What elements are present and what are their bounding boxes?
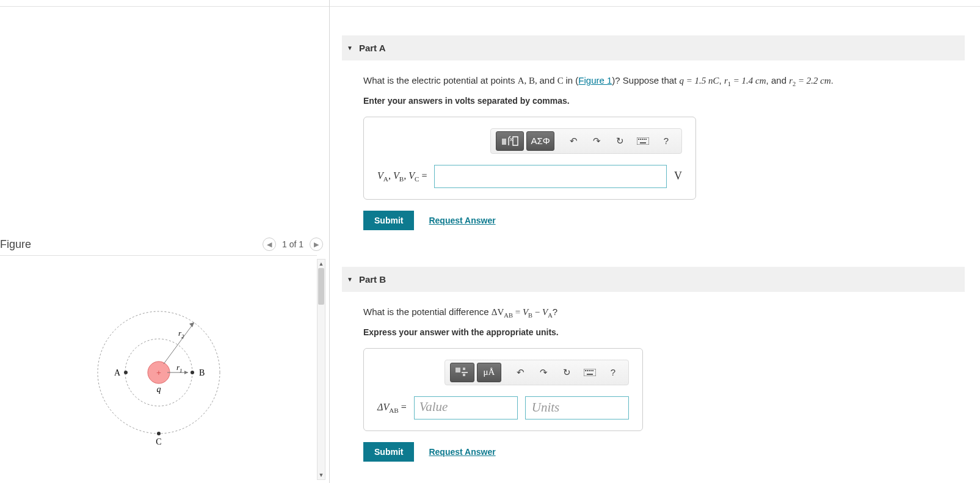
svg-rect-21	[640, 139, 641, 140]
caret-down-icon: ▼	[347, 276, 353, 283]
figure-link[interactable]: Figure 1	[578, 75, 612, 85]
keyboard-button[interactable]	[579, 363, 600, 382]
part-b-label: ΔVAB =	[377, 402, 407, 414]
part-a-question: What is the electric potential at points…	[363, 73, 968, 90]
part-a-actions: Submit Request Answer	[363, 211, 968, 230]
scroll-up-icon[interactable]: ▲	[318, 260, 325, 268]
figure-title: Figure	[0, 238, 31, 251]
part-b-request-link[interactable]: Request Answer	[429, 447, 495, 457]
part-b-question: What is the potential difference ΔVAB = …	[363, 304, 968, 321]
figure-scrollbar[interactable]: ▲ ▼	[317, 259, 325, 480]
part-b-instruction: Express your answer with the appropriate…	[363, 327, 968, 337]
scroll-thumb[interactable]	[318, 268, 324, 305]
part-b-title: Part B	[359, 274, 386, 285]
svg-marker-12	[184, 371, 188, 374]
figure-header: Figure ◀ 1 of 1 ▶	[0, 236, 329, 253]
figure-next-button[interactable]: ▶	[310, 238, 323, 251]
svg-rect-24	[645, 139, 647, 140]
caret-down-icon: ▼	[347, 45, 353, 51]
part-a-unit: V	[674, 170, 682, 183]
svg-text:C: C	[156, 437, 161, 446]
svg-text:r1: r1	[176, 363, 183, 374]
part-a-answer-box: x ΑΣΦ ↶ ↷ ↻ ? VA, VB, VC =	[363, 117, 696, 200]
part-a-request-link[interactable]: Request Answer	[429, 216, 495, 225]
undo-button[interactable]: ↶	[510, 363, 531, 382]
content-panel: ▼ Part A What is the electric potential …	[330, 0, 980, 483]
part-b-actions: Submit Request Answer	[363, 442, 968, 462]
redo-button[interactable]: ↷	[586, 131, 607, 151]
part-a-header[interactable]: ▼ Part A	[342, 35, 965, 60]
figure-nav: ◀ 1 of 1 ▶	[263, 238, 323, 251]
help-button[interactable]: ?	[656, 131, 677, 151]
template-button[interactable]: x	[496, 131, 524, 151]
part-b-units-input[interactable]	[525, 396, 629, 419]
part-a-toolbar: x ΑΣΦ ↶ ↷ ↻ ?	[490, 128, 682, 154]
figure-prev-button[interactable]: ◀	[263, 238, 276, 251]
svg-point-9	[157, 432, 161, 435]
part-b-header[interactable]: ▼ Part B	[342, 267, 965, 292]
part-a-label: VA, VB, VC =	[377, 170, 427, 183]
svg-text:x: x	[510, 136, 513, 142]
svg-rect-31	[585, 370, 586, 371]
svg-rect-27	[463, 368, 465, 370]
part-b-value-input[interactable]	[414, 396, 518, 419]
svg-rect-26	[456, 368, 460, 372]
figure-viewport: + q A B C r1 r2	[0, 256, 318, 482]
svg-point-7	[191, 371, 194, 374]
svg-rect-36	[587, 374, 593, 375]
greek-button[interactable]: ΑΣΦ	[526, 131, 554, 151]
svg-rect-28	[463, 374, 465, 376]
part-b-submit-button[interactable]: Submit	[363, 442, 414, 462]
svg-rect-17	[502, 139, 506, 145]
svg-rect-20	[638, 139, 639, 140]
svg-rect-25	[640, 142, 646, 143]
svg-marker-15	[189, 322, 194, 327]
svg-text:q: q	[157, 385, 161, 394]
part-a-body: What is the electric potential at points…	[342, 60, 980, 242]
part-a-title: Part A	[359, 43, 386, 53]
reset-button[interactable]: ↻	[609, 131, 630, 151]
part-a-instruction: Enter your answers in volts separated by…	[363, 96, 968, 106]
scroll-down-icon[interactable]: ▼	[318, 471, 325, 479]
figure-page-indicator: 1 of 1	[282, 239, 303, 249]
part-a-submit-button[interactable]: Submit	[363, 211, 414, 230]
svg-text:+: +	[156, 368, 161, 377]
svg-text:A: A	[114, 368, 121, 377]
svg-rect-32	[587, 370, 588, 371]
part-b-answer-box: μÅ ↶ ↷ ↻ ? ΔVAB =	[363, 348, 643, 431]
svg-text:r2: r2	[178, 329, 184, 340]
help-button[interactable]: ?	[603, 363, 623, 382]
svg-rect-23	[644, 139, 645, 140]
redo-button[interactable]: ↷	[533, 363, 554, 382]
svg-rect-22	[642, 139, 643, 140]
svg-rect-35	[592, 370, 593, 371]
keyboard-button[interactable]	[633, 131, 653, 151]
svg-point-5	[124, 371, 128, 374]
svg-rect-19	[637, 137, 649, 145]
svg-text:B: B	[199, 368, 205, 377]
svg-rect-34	[590, 370, 592, 371]
figure-panel: Figure ◀ 1 of 1 ▶ + q A B	[0, 0, 330, 483]
units-symbol-button[interactable]: μÅ	[477, 363, 501, 382]
part-b-body: What is the potential difference ΔVAB = …	[342, 292, 980, 474]
part-b-toolbar: μÅ ↶ ↷ ↻ ?	[445, 360, 629, 385]
figure-diagram: + q A B C r1 r2	[55, 287, 263, 464]
undo-button[interactable]: ↶	[563, 131, 584, 151]
svg-rect-30	[584, 369, 596, 376]
reset-button[interactable]: ↻	[556, 363, 577, 382]
svg-rect-33	[589, 370, 590, 371]
part-a-input[interactable]	[434, 165, 667, 188]
template-button[interactable]	[450, 363, 474, 382]
